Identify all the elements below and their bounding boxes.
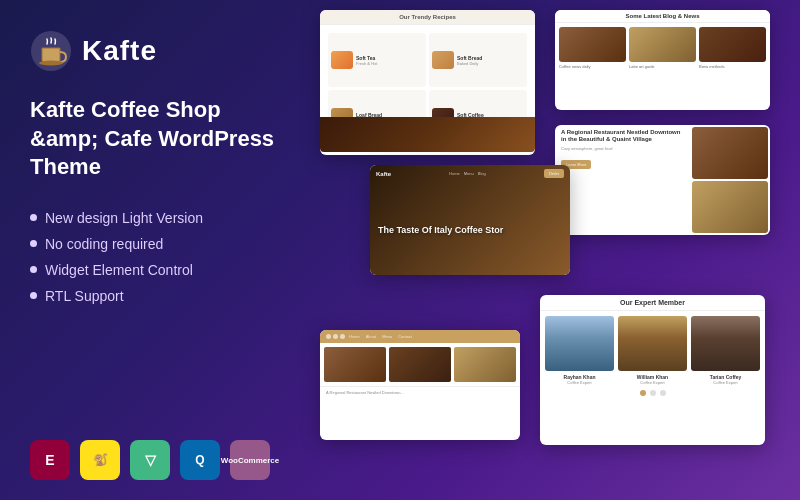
card-blog: Some Latest Blog & News Coffee news dail… xyxy=(555,10,770,110)
team-grid: Rayhan Khan Coffee Expert William Khan C… xyxy=(540,311,765,390)
restaurant-images xyxy=(690,125,770,235)
recipe-item: Soft Bread Baked Daily xyxy=(429,33,527,87)
blog-grid: Coffee news daily Latte art guide Brew m… xyxy=(555,23,770,73)
bottom-image xyxy=(454,347,516,382)
badges-area: E 🐒 ▽ Q WooCommerce xyxy=(30,440,290,480)
card-bottom-left: Home About Menu Contact A Regional Resta… xyxy=(320,330,520,440)
logo-icon xyxy=(30,30,72,72)
theme-title: Kafte Coffee Shop &amp; Cafe WordPress T… xyxy=(30,96,290,182)
recipe-image xyxy=(432,51,454,69)
badge-query: Q xyxy=(180,440,220,480)
card-restaurant: A Regional Restaurant Nestled Downtown i… xyxy=(555,125,770,235)
bullet-icon xyxy=(30,214,37,221)
feature-text: No coding required xyxy=(45,236,163,252)
features-list: New design Light Version No coding requi… xyxy=(30,210,290,314)
team-member: William Khan Coffee Expert xyxy=(618,316,687,385)
blog-image xyxy=(559,27,626,62)
feature-item: No coding required xyxy=(30,236,290,252)
restaurant-image xyxy=(692,127,768,179)
feature-item: Widget Element Control xyxy=(30,262,290,278)
dot-icon xyxy=(640,390,646,396)
bottom-footer: A Regional Restaurant Nestled Downtown..… xyxy=(320,386,520,398)
blog-item: Brew methods xyxy=(699,27,766,69)
bullet-icon xyxy=(30,240,37,247)
recipes-bottom-image xyxy=(320,117,535,152)
feature-item: RTL Support xyxy=(30,288,290,304)
badge-elementor: E xyxy=(30,440,70,480)
blog-header: Some Latest Blog & News xyxy=(555,10,770,23)
feature-text: Widget Element Control xyxy=(45,262,193,278)
team-photo xyxy=(618,316,687,371)
badge-woo: WooCommerce xyxy=(230,440,270,480)
card-team: Our Expert Member Rayhan Khan Coffee Exp… xyxy=(540,295,765,445)
bottom-image xyxy=(324,347,386,382)
feature-text: RTL Support xyxy=(45,288,124,304)
feature-item: New design Light Version xyxy=(30,210,290,226)
recipe-image xyxy=(331,51,353,69)
restaurant-layout: A Regional Restaurant Nestled Downtown i… xyxy=(555,125,770,235)
dot-icon xyxy=(340,334,345,339)
bottom-left-header: Home About Menu Contact xyxy=(320,330,520,343)
blog-item: Coffee news daily xyxy=(559,27,626,69)
bottom-image xyxy=(389,347,451,382)
hero-background: Kafte Home Menu Blog Order The Taste Of … xyxy=(370,165,570,275)
dot-icon xyxy=(650,390,656,396)
bullet-icon xyxy=(30,266,37,273)
restaurant-image xyxy=(692,181,768,233)
badge-vue: ▽ xyxy=(130,440,170,480)
dot-icon xyxy=(660,390,666,396)
team-member: Tarian Coffey Coffee Expert xyxy=(691,316,760,385)
hero-nav: Kafte Home Menu Blog Order xyxy=(370,169,570,178)
bullet-icon xyxy=(30,292,37,299)
team-header: Our Expert Member xyxy=(540,295,765,311)
bottom-content xyxy=(320,343,520,386)
recipes-header: Our Trendy Recipes xyxy=(320,10,535,25)
team-photo xyxy=(545,316,614,371)
card-recipes: Our Trendy Recipes Soft Tea Fresh & Hot … xyxy=(320,10,535,155)
team-member: Rayhan Khan Coffee Expert xyxy=(545,316,614,385)
blog-image xyxy=(629,27,696,62)
feature-text: New design Light Version xyxy=(45,210,203,226)
screenshots-area: Our Trendy Recipes Soft Tea Fresh & Hot … xyxy=(310,10,785,490)
brand-name: Kafte xyxy=(82,35,157,67)
dot-icon xyxy=(326,334,331,339)
dot-icon xyxy=(333,334,338,339)
svg-point-1 xyxy=(39,61,63,66)
left-panel: Kafte Kafte Coffee Shop &amp; Cafe WordP… xyxy=(0,0,320,500)
blog-item: Latte art guide xyxy=(629,27,696,69)
logo-area: Kafte xyxy=(30,30,290,72)
recipe-item: Soft Tea Fresh & Hot xyxy=(328,33,426,87)
restaurant-text: A Regional Restaurant Nestled Downtown i… xyxy=(555,125,690,235)
badge-mailchimp: 🐒 xyxy=(80,440,120,480)
team-photo xyxy=(691,316,760,371)
blog-image xyxy=(699,27,766,62)
card-hero: Kafte Home Menu Blog Order The Taste Of … xyxy=(370,165,570,275)
